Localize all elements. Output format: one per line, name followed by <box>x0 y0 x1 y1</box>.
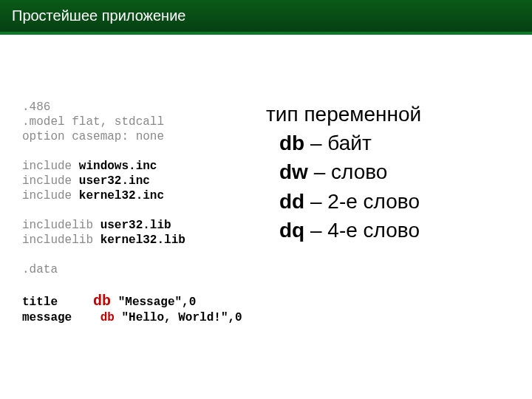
code-arg: flat, stdcall <box>72 115 164 129</box>
code-kw: include <box>22 189 72 202</box>
type-key: dw <box>279 160 308 183</box>
code-type: db <box>93 293 111 310</box>
type-desc: – 2-е слово <box>304 190 420 213</box>
code-block: .486 .model flat, stdcall option casemap… <box>22 100 266 325</box>
code-line: .486 <box>22 100 50 114</box>
slide-header: Простейшее приложение <box>0 0 532 33</box>
type-key: dq <box>279 219 304 242</box>
code-kw: includelib <box>22 219 93 232</box>
code-arg: user32.inc <box>79 174 150 188</box>
code-line: .data <box>22 263 58 276</box>
type-desc: – байт <box>304 132 372 154</box>
code-arg: kernel32.lib <box>100 233 185 247</box>
code-var: title <box>22 296 58 309</box>
slide-content: .486 .model flat, stdcall option casemap… <box>0 33 532 340</box>
code-type: db <box>100 311 115 324</box>
type-key: dd <box>279 190 304 213</box>
code-arg: casemap: none <box>72 130 164 143</box>
code-kw: option <box>22 130 65 143</box>
code-val: "Message",0 <box>118 296 197 309</box>
type-key: db <box>279 132 304 154</box>
type-desc: – слово <box>308 160 388 183</box>
code-val: "Hello, World!",0 <box>121 311 242 324</box>
code-var: message <box>22 311 72 324</box>
code-arg: user32.lib <box>100 219 171 232</box>
type-legend: тип переменной db – байт dw – слово dd –… <box>266 100 517 325</box>
code-kw: includelib <box>22 233 93 247</box>
code-arg: kernel32.inc <box>79 189 164 202</box>
code-kw: include <box>22 174 72 188</box>
slide-title: Простейшее приложение <box>12 7 185 24</box>
code-kw: .model <box>22 115 65 129</box>
legend-heading: тип переменной <box>266 100 517 129</box>
type-desc: – 4-е слово <box>304 219 420 242</box>
code-arg: windows.inc <box>79 160 157 173</box>
code-kw: include <box>22 160 72 173</box>
